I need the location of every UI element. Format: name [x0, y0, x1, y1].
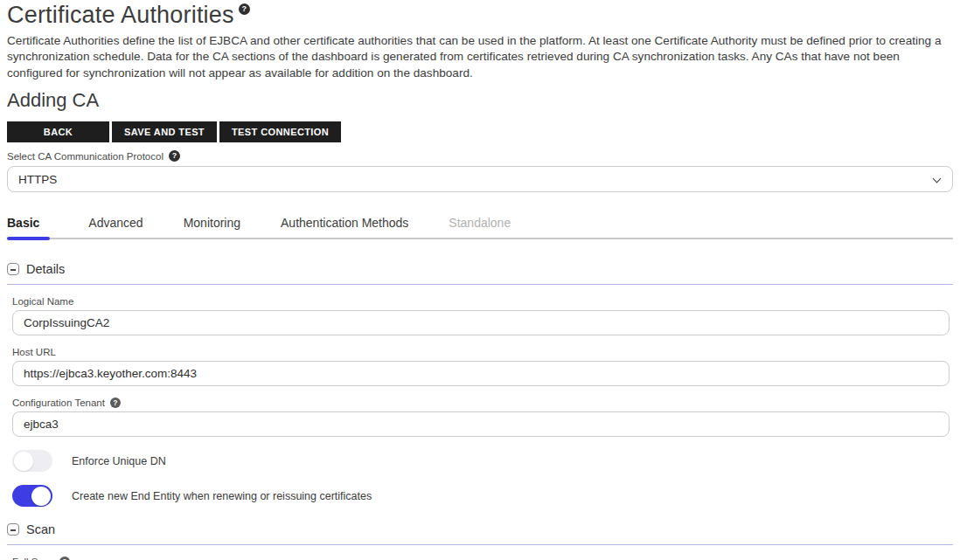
toggle-knob: [14, 452, 33, 471]
full-scan-label: Full Scan: [12, 557, 54, 560]
toggle-row: Enforce Unique DN: [12, 450, 953, 472]
tab-monitoring[interactable]: Monitoring: [173, 211, 251, 238]
enforce-unique-dn-label: Enforce Unique DN: [72, 455, 166, 467]
configuration-tenant-field[interactable]: [12, 411, 950, 437]
save-and-test-button[interactable]: SAVE AND TEST: [112, 121, 217, 142]
tab-basic[interactable]: Basic: [7, 211, 59, 238]
protocol-select[interactable]: HTTPS: [7, 166, 953, 192]
adding-ca-heading: Adding CA: [7, 89, 953, 112]
page-description: Certificate Authorities define the list …: [7, 33, 953, 81]
details-section-title: Details: [26, 262, 65, 276]
tab-standalone: Standalone: [438, 211, 521, 238]
action-button-row: BACK SAVE AND TEST TEST CONNECTION: [7, 121, 953, 142]
scan-section-header: Scan: [7, 522, 953, 545]
chevron-down-icon: [933, 175, 942, 183]
page-container: Certificate Authorities Certificate Auth…: [0, 0, 960, 560]
enforce-unique-dn-toggle[interactable]: [12, 450, 52, 472]
help-icon[interactable]: [169, 150, 180, 162]
create-new-end-entity-label: Create new End Entity when renewing or r…: [72, 490, 372, 502]
help-icon[interactable]: [239, 3, 250, 15]
logical-name-field[interactable]: [12, 310, 950, 335]
tab-authentication-methods[interactable]: Authentication Methods: [270, 211, 419, 238]
back-button[interactable]: BACK: [7, 121, 109, 142]
details-section-header: Details: [7, 262, 953, 285]
page-title: Certificate Authorities: [7, 2, 234, 29]
toggle-knob: [31, 487, 51, 506]
host-url-label: Host URL: [12, 347, 56, 357]
help-icon[interactable]: [59, 557, 70, 560]
logical-name-label: Logical Name: [12, 296, 73, 307]
protocol-selected-value: HTTPS: [18, 173, 57, 186]
protocol-label: Select CA Communication Protocol: [7, 151, 163, 162]
toggle-row: Create new End Entity when renewing or r…: [12, 485, 953, 507]
collapse-icon[interactable]: [7, 523, 19, 536]
tab-bar: Basic Advanced Monitoring Authentication…: [7, 211, 953, 239]
help-icon[interactable]: [110, 398, 121, 408]
create-new-end-entity-toggle[interactable]: [12, 485, 52, 507]
host-url-field[interactable]: [12, 361, 950, 386]
configuration-tenant-label: Configuration Tenant: [12, 398, 105, 408]
collapse-icon[interactable]: [7, 263, 19, 275]
tab-advanced[interactable]: Advanced: [78, 211, 153, 238]
test-connection-button[interactable]: TEST CONNECTION: [219, 121, 341, 142]
scan-section-title: Scan: [26, 522, 55, 536]
